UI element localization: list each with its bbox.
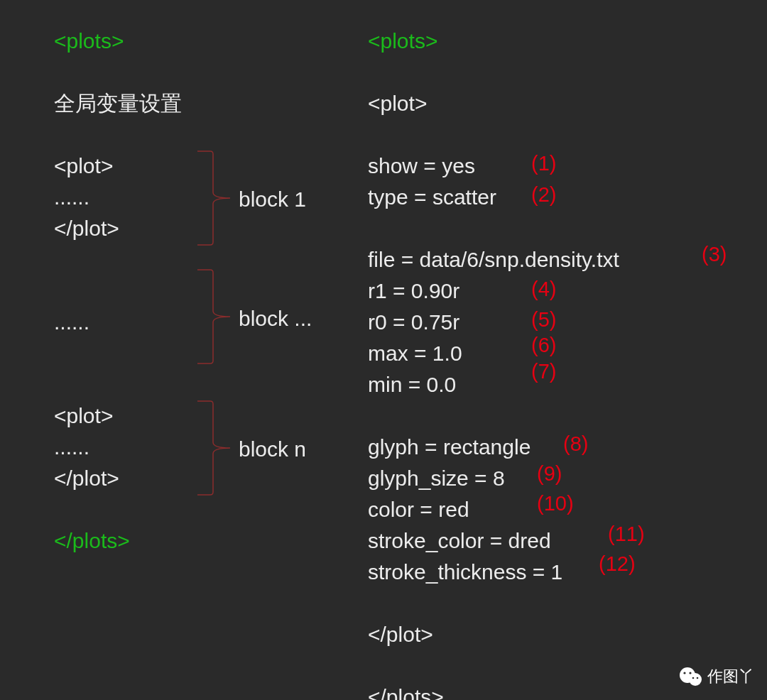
ann-10: (10): [537, 492, 574, 515]
plot-open-r: <plot>: [368, 88, 766, 119]
ann-8: (8): [563, 432, 588, 456]
cfg-glyph-size: glyph_size = 8: [368, 463, 766, 494]
ann-12: (12): [599, 552, 636, 576]
right-column: <plots> <plot> show = yes type = scatter…: [368, 26, 766, 700]
ann-5: (5): [531, 308, 556, 332]
svg-point-5: [697, 677, 699, 679]
cfg-max: max = 1.0: [368, 338, 766, 369]
cfg-show: show = yes: [368, 151, 766, 182]
ann-6: (6): [531, 334, 556, 357]
plots-open-tag: <plots>: [54, 26, 366, 57]
svg-point-3: [689, 672, 691, 674]
bracket-block-mid: [196, 267, 233, 366]
watermark: 作图丫: [679, 666, 754, 687]
svg-point-4: [692, 677, 695, 679]
svg-point-1: [689, 673, 702, 686]
cfg-r1: r1 = 0.90r: [368, 275, 766, 307]
ann-4: (4): [531, 278, 556, 301]
ann-2: (2): [531, 183, 556, 207]
ann-7: (7): [531, 360, 556, 383]
plots-open-tag-r: <plots>: [368, 26, 766, 57]
ann-1: (1): [531, 152, 556, 175]
plots-close-tag: </plots>: [54, 525, 366, 557]
blockn-label: block n: [239, 437, 306, 461]
plot-close-r: </plot>: [368, 619, 766, 650]
watermark-text: 作图丫: [707, 666, 754, 687]
cfg-stroke-color: stroke_color = dred: [368, 525, 766, 557]
ann-9: (9): [537, 462, 562, 486]
wechat-icon: [679, 666, 703, 687]
ann-11: (11): [608, 523, 645, 546]
cfg-type: type = scatter: [368, 182, 766, 213]
cfg-r0: r0 = 0.75r: [368, 307, 766, 338]
bracket-blockn: [196, 398, 233, 498]
svg-point-2: [683, 672, 685, 674]
cfg-min: min = 0.0: [368, 369, 766, 400]
bracket-block1: [196, 148, 233, 248]
block-mid-label: block ...: [239, 307, 312, 331]
cfg-stroke-thickness: stroke_thickness = 1: [368, 557, 766, 588]
block1-label: block 1: [239, 187, 306, 212]
global-settings-label: 全局变量设置: [54, 88, 366, 119]
ann-3: (3): [702, 243, 727, 266]
left-column: <plots> 全局变量设置 <plot> ...... </plot> ...…: [54, 26, 366, 557]
